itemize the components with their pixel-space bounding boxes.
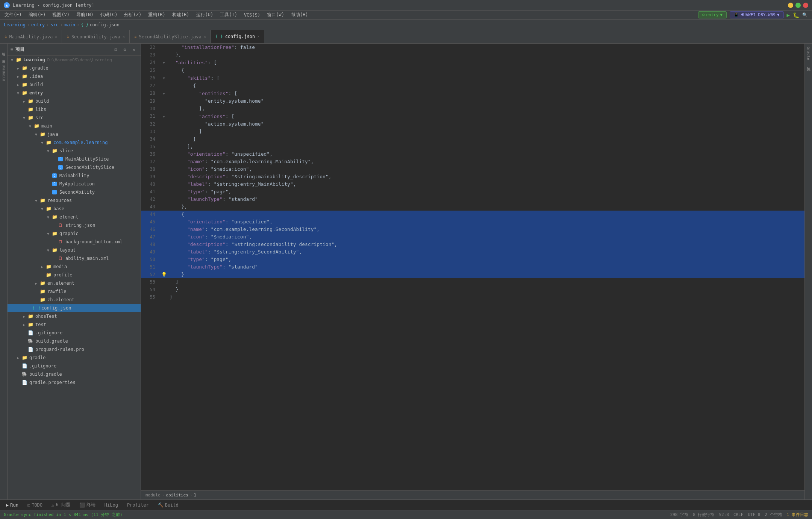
close-button[interactable] xyxy=(803,3,808,8)
tree-src[interactable]: ▼ 📁 src xyxy=(8,114,141,122)
problems-button[interactable]: ⚠ 6 问题 xyxy=(48,501,73,509)
tree-resources[interactable]: ▼ 📁 resources xyxy=(8,196,141,205)
tree-graphic[interactable]: ▼ 📁 graphic xyxy=(8,229,141,238)
entry-button[interactable]: ⚙entry▼ xyxy=(698,11,727,18)
tree-zh-element[interactable]: 📁 zh.element xyxy=(8,296,141,304)
status-left: Gradle sync finished in 1 s 841 ms (11 分… xyxy=(4,512,123,517)
tree-root[interactable]: ▼ 📁 Learning D:\HarmonyOS\demo\Learning xyxy=(8,56,141,64)
tree-rawfile[interactable]: 📁 rawfile xyxy=(8,287,141,296)
table-row: 54 } xyxy=(141,286,804,293)
tree-main[interactable]: ▼ 📁 main xyxy=(8,122,141,130)
tree-background-button[interactable]: 🗒 background_button.xml xyxy=(8,238,141,246)
menu-build[interactable]: 构建(B) xyxy=(169,11,192,19)
maximize-button[interactable] xyxy=(795,3,801,8)
menu-help[interactable]: 帮助(H) xyxy=(288,11,311,19)
build-label: Build xyxy=(165,502,179,508)
tab-main-ability[interactable]: ☕ MainAbility.java ✕ xyxy=(0,30,62,43)
tree-root-gradle-props[interactable]: 📄 gradle.properties xyxy=(8,378,141,387)
main-ability-slice-icon: C xyxy=(57,156,64,162)
tree-layout[interactable]: ▼ 📁 layout xyxy=(8,246,141,254)
ohos-test-icon: 📁 xyxy=(27,313,34,320)
tab-second-ability-slice-label: SecondAbilitySlice.java xyxy=(139,34,201,39)
minimize-button[interactable] xyxy=(788,3,793,8)
debug-icon[interactable]: 🐛 xyxy=(793,12,799,18)
left-tab-structure[interactable]: 结构 xyxy=(0,47,7,53)
menu-view[interactable]: 视图(V) xyxy=(49,11,73,19)
tab-second-ability-close[interactable]: ✕ xyxy=(123,35,125,39)
tree-proguard[interactable]: 📄 proguard-rules.pro xyxy=(8,345,141,354)
tree-root-build-gradle[interactable]: 🐘 build.gradle xyxy=(8,370,141,378)
profiler-button[interactable]: Profiler xyxy=(124,502,152,508)
sidebar-settings[interactable]: ⚙ xyxy=(121,46,129,53)
tree-second-ability-slice-file[interactable]: C SecondAbilitySlice xyxy=(8,163,141,171)
gradle-panel-btn[interactable]: Gradle xyxy=(806,45,811,62)
sidebar-close[interactable]: ✕ xyxy=(130,46,138,53)
menu-window[interactable]: 窗口(W) xyxy=(264,11,287,19)
menu-code[interactable]: 代码(C) xyxy=(97,11,121,19)
tree-idea[interactable]: ▶ 📁 .idea xyxy=(8,72,141,80)
menu-refactor[interactable]: 重构(R) xyxy=(145,11,168,19)
tree-ability-main-xml[interactable]: 🗒 ability_main.xml xyxy=(8,254,141,263)
build-button[interactable]: 🔨 Build xyxy=(155,502,182,508)
tree-config-json[interactable]: { } config.json xyxy=(8,304,141,312)
ability-main-icon: 🗒 xyxy=(57,255,64,262)
hilog-button[interactable]: HiLog xyxy=(102,502,121,508)
tree-gradle[interactable]: ▶ 📁 .gradle xyxy=(8,64,141,72)
preview-panel-btn[interactable]: 预览 xyxy=(805,62,812,65)
tree-element[interactable]: ▼ 📁 element xyxy=(8,213,141,221)
tree-slice[interactable]: ▼ 📁 slice xyxy=(8,147,141,155)
window-controls[interactable] xyxy=(788,3,808,8)
tab-second-ability-slice-close[interactable]: ✕ xyxy=(204,35,206,39)
left-tab-favorites[interactable]: 收藏 xyxy=(0,54,7,60)
root-gitignore-icon: 📄 xyxy=(21,363,28,369)
tree-java[interactable]: ▼ 📁 java xyxy=(8,130,141,138)
tree-my-application[interactable]: C MyApplication xyxy=(8,180,141,188)
breadcrumb-main[interactable]: main xyxy=(64,22,75,27)
device-button[interactable]: 📱HUAWEI DBY-W09▼ xyxy=(730,11,783,18)
tree-second-ability-file[interactable]: C SecondAbility xyxy=(8,188,141,196)
breadcrumb-entry[interactable]: entry xyxy=(31,22,45,27)
tree-main-ability-slice[interactable]: C MainAbilitySlice xyxy=(8,155,141,163)
tree-ohos-test[interactable]: ▶ 📁 ohosTest xyxy=(8,312,141,320)
tree-main-ability[interactable]: C MainAbility xyxy=(8,171,141,180)
menu-navigate[interactable]: 导航(N) xyxy=(73,11,97,19)
menu-vcs[interactable]: VCS(S) xyxy=(241,12,263,18)
run-icon[interactable]: ▶ xyxy=(787,12,790,18)
menu-edit[interactable]: 编辑(E) xyxy=(26,11,49,19)
tree-build-gradle[interactable]: 🐘 build.gradle xyxy=(8,337,141,345)
sidebar-collapse-all[interactable]: ⊟ xyxy=(112,46,120,53)
menu-tools[interactable]: 工具(T) xyxy=(217,11,240,19)
tree-media[interactable]: ▶ 📁 media xyxy=(8,263,141,271)
menu-analyze[interactable]: 分析(Z) xyxy=(121,11,144,19)
tab-config-json-close[interactable]: ✕ xyxy=(257,34,259,38)
tree-en-element[interactable]: ▶ 📁 en.element xyxy=(8,279,141,287)
tree-gitignore-entry[interactable]: 📄 .gitignore xyxy=(8,329,141,337)
tree-profile[interactable]: 📁 profile xyxy=(8,271,141,279)
idea-folder-icon: 📁 xyxy=(21,73,28,80)
todo-button[interactable]: ☑ TODO xyxy=(24,502,45,508)
tree-gradle-root[interactable]: ▶ 📁 gradle xyxy=(8,354,141,362)
terminal-button[interactable]: ⬛ 终端 xyxy=(76,501,98,509)
tree-build-root[interactable]: ▶ 📁 build xyxy=(8,80,141,89)
editor-content[interactable]: 22 "installationFree": false23 },24▼ "ab… xyxy=(141,44,804,490)
tree-entry[interactable]: ▼ 📁 entry xyxy=(8,89,141,97)
line-code: { xyxy=(168,82,804,90)
tree-entry-build[interactable]: ▶ 📁 build xyxy=(8,97,141,105)
tab-second-ability-slice[interactable]: ☕ SecondAbilitySlice.java ✕ xyxy=(130,30,211,43)
menu-run[interactable]: 运行(U) xyxy=(193,11,217,19)
menu-file[interactable]: 文件(F) xyxy=(2,11,25,19)
tab-main-ability-close[interactable]: ✕ xyxy=(55,35,57,39)
tree-test[interactable]: ▶ 📁 test xyxy=(8,320,141,329)
run-button[interactable]: ▶ Run xyxy=(3,502,21,508)
search-icon[interactable]: 🔍 xyxy=(802,12,807,17)
tab-config-json[interactable]: { } config.json ✕ xyxy=(211,30,264,43)
tree-base[interactable]: ▼ 📁 base xyxy=(8,205,141,213)
tree-libs[interactable]: 📁 libs xyxy=(8,105,141,114)
tab-second-ability[interactable]: ☕ SecondAbility.java ✕ xyxy=(62,30,130,43)
breadcrumb-src[interactable]: src xyxy=(50,22,59,27)
breadcrumb-learning[interactable]: Learning xyxy=(4,22,26,27)
tree-root-gitignore[interactable]: 📄 .gitignore xyxy=(8,362,141,370)
tree-string-json[interactable]: 🗒 string.json xyxy=(8,221,141,229)
tree-com-example-learning[interactable]: ▼ 📁 com.example.learning xyxy=(8,138,141,147)
left-tab-ohsbuild[interactable]: OhsBuild xyxy=(1,62,6,84)
